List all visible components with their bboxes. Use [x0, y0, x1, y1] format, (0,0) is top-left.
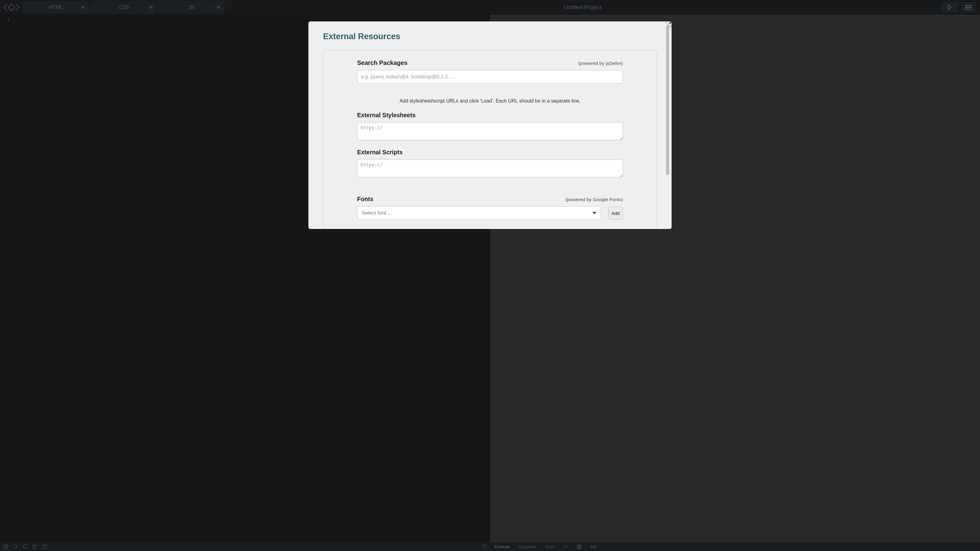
search-powered-by: (powered by jsDelivr) [578, 60, 623, 66]
chevron-down-icon [593, 212, 596, 214]
font-select[interactable]: Select font ... [357, 206, 601, 220]
search-packages-input[interactable] [357, 70, 623, 84]
font-select-placeholder: Select font ... [362, 210, 392, 216]
modal-description: Add stylesheet/script URLs and click 'Lo… [357, 98, 623, 104]
modal-overlay[interactable]: External Resources Search Packages (powe… [0, 0, 980, 551]
fonts-label: Fonts [357, 195, 373, 203]
external-resources-dialog: External Resources Search Packages (powe… [309, 21, 671, 229]
search-packages-label: Search Packages [357, 59, 407, 67]
add-button-label: Add [612, 211, 620, 216]
external-scripts-input[interactable] [357, 159, 623, 177]
external-scripts-label: External Scripts [357, 149, 623, 156]
modal-panel: Search Packages (powered by jsDelivr) Ad… [323, 50, 657, 229]
add-font-button[interactable]: Add [608, 206, 623, 219]
fonts-powered-by: (powered by Google Fonts) [565, 197, 623, 202]
modal-title: External Resources [323, 32, 657, 41]
modal-scrollbar[interactable] [666, 26, 669, 175]
external-stylesheets-input[interactable] [357, 122, 623, 140]
svg-line-16 [670, 21, 671, 23]
external-stylesheets-label: External Stylesheets [357, 112, 623, 119]
